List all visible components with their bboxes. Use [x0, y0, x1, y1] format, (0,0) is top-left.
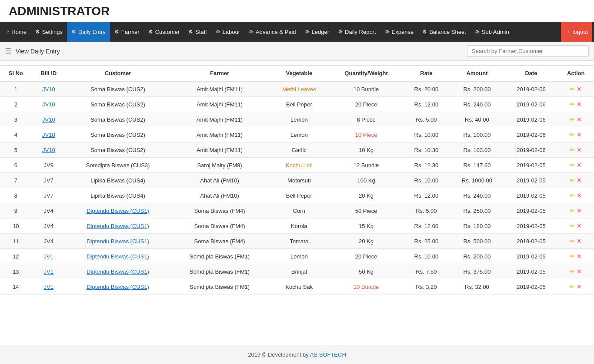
cell-bill-id[interactable]: JV10 — [32, 112, 66, 127]
cell-quantity: 50 Kg — [329, 264, 404, 279]
cell-date: 2019-02-06 — [505, 81, 558, 97]
delete-button[interactable]: ✕ — [577, 283, 582, 290]
delete-button[interactable]: ✕ — [577, 86, 582, 93]
delete-button[interactable]: ✕ — [577, 238, 582, 245]
cell-customer[interactable]: Diptendu Biswas (CUS1) — [66, 249, 170, 264]
delete-button[interactable]: ✕ — [577, 192, 582, 199]
staff-icon: ⚙ — [188, 29, 193, 35]
cell-si: 8 — [0, 188, 32, 203]
cell-farmer: Saroj Maity (FM9) — [170, 158, 269, 173]
cell-bill-id[interactable]: JV1 — [32, 249, 66, 264]
cell-bill-id[interactable]: JV10 — [32, 81, 66, 97]
nav-item-label-daily-entry: Daily Entry — [78, 29, 106, 35]
delete-button[interactable]: ✕ — [577, 253, 582, 260]
delete-button[interactable]: ✕ — [577, 177, 582, 184]
delete-button[interactable]: ✕ — [577, 146, 582, 153]
cell-quantity: 12 Bundle — [329, 158, 404, 173]
edit-button[interactable]: ✏ — [570, 268, 575, 275]
cell-amount: Rs. 250.00 — [449, 203, 504, 218]
cell-action: ✏✕ — [557, 142, 594, 158]
delete-button[interactable]: ✕ — [577, 207, 582, 214]
nav-item-expense[interactable]: ⚙Expense — [380, 22, 418, 42]
delete-button[interactable]: ✕ — [577, 116, 582, 123]
cell-customer[interactable]: Diptendu Biswas (CUS1) — [66, 203, 170, 218]
nav-item-home[interactable]: ⌂Home — [2, 22, 31, 42]
nav-item-daily-report[interactable]: ⚙Daily Report — [334, 22, 380, 42]
cell-vegetable: Methi Leaves — [269, 81, 329, 97]
cell-si: 14 — [0, 279, 32, 295]
table-row: 7JV7Lipika Biswas (CUS4)Ahat Ali (FM10)M… — [0, 173, 594, 188]
delete-button[interactable]: ✕ — [577, 131, 582, 138]
logout-icon: → — [565, 29, 571, 35]
menu-icon[interactable]: ☰ — [5, 47, 11, 55]
edit-button[interactable]: ✏ — [570, 116, 575, 123]
cell-customer[interactable]: Diptendu Biswas (CUS1) — [66, 264, 170, 279]
nav-item-settings[interactable]: ⚙Settings — [31, 22, 67, 42]
nav-item-daily-entry[interactable]: ⚙Daily Entry — [67, 22, 110, 42]
edit-button[interactable]: ✏ — [570, 283, 575, 290]
cell-si: 11 — [0, 234, 32, 249]
cell-amount: Rs. 103.00 — [449, 142, 504, 158]
cell-vegetable: Corn — [269, 203, 329, 218]
cell-rate: Rs. 12.00 — [403, 218, 449, 234]
nav-item-labour[interactable]: ⚙Labour — [211, 22, 244, 42]
nav-item-balance-sheet[interactable]: ⚙Balance Sheet — [418, 22, 471, 42]
nav-item-advance-paid[interactable]: ⚙Advance & Paid — [244, 22, 300, 42]
nav-item-label-expense: Expense — [392, 29, 414, 35]
cell-date: 2019-02-05 — [505, 279, 558, 295]
cell-customer[interactable]: Diptendu Biswas (CUS1) — [66, 234, 170, 249]
delete-button[interactable]: ✕ — [577, 162, 582, 169]
nav-item-sub-admin[interactable]: ⚙Sub Admin — [471, 22, 514, 42]
nav-item-farmer[interactable]: ⚙Farmer — [110, 22, 144, 42]
table-row: 6JV9Somdipta Biswas (CUS3)Saroj Maity (F… — [0, 158, 594, 173]
col-header-si-no: SI No — [0, 66, 32, 82]
edit-button[interactable]: ✏ — [570, 222, 575, 229]
edit-button[interactable]: ✏ — [570, 238, 575, 245]
cell-date: 2019-02-05 — [505, 264, 558, 279]
cell-bill-id[interactable]: JV10 — [32, 97, 66, 112]
cell-date: 2019-02-05 — [505, 249, 558, 264]
cell-si: 5 — [0, 142, 32, 158]
cell-bill-id[interactable]: JV10 — [32, 142, 66, 158]
daily-entry-icon: ⚙ — [71, 29, 76, 35]
labour-icon: ⚙ — [216, 29, 220, 35]
nav-item-customer[interactable]: ⚙Customer — [144, 22, 184, 42]
edit-button[interactable]: ✏ — [570, 101, 575, 108]
cell-vegetable: Garlic — [269, 142, 329, 158]
cell-customer[interactable]: Diptendu Biswas (CUS1) — [66, 279, 170, 295]
delete-button[interactable]: ✕ — [577, 268, 582, 275]
cell-action: ✏✕ — [557, 81, 594, 97]
nav-item-ledger[interactable]: ⚙Ledger — [300, 22, 334, 42]
edit-button[interactable]: ✏ — [570, 162, 575, 169]
edit-button[interactable]: ✏ — [570, 192, 575, 199]
cell-bill-id[interactable]: JV10 — [32, 127, 66, 142]
delete-button[interactable]: ✕ — [577, 101, 582, 108]
nav-item-staff[interactable]: ⚙Staff — [184, 22, 211, 42]
edit-button[interactable]: ✏ — [570, 207, 575, 214]
edit-button[interactable]: ✏ — [570, 177, 575, 184]
cell-amount: Rs. 375.00 — [449, 264, 504, 279]
table-row: 2JV10Soma Biswas (CUS2)Amit Majhi (FM11)… — [0, 97, 594, 112]
edit-button[interactable]: ✏ — [570, 146, 575, 153]
edit-button[interactable]: ✏ — [570, 86, 575, 93]
cell-customer[interactable]: Diptendu Biswas (CUS1) — [66, 218, 170, 234]
table-row: 9JV4Diptendu Biswas (CUS1)Soma Biswas (F… — [0, 203, 594, 218]
edit-button[interactable]: ✏ — [570, 131, 575, 138]
col-header-farmer: Farmer — [170, 66, 269, 82]
nav-item-label-settings: Settings — [42, 29, 63, 35]
delete-button[interactable]: ✕ — [577, 222, 582, 229]
edit-button[interactable]: ✏ — [570, 253, 575, 260]
cell-bill-id[interactable]: JV1 — [32, 279, 66, 295]
cell-customer: Lipika Biswas (CUS4) — [66, 188, 170, 203]
nav-item-logout[interactable]: →logout — [561, 22, 592, 42]
cell-bill-id: JV4 — [32, 234, 66, 249]
cell-customer: Soma Biswas (CUS2) — [66, 81, 170, 97]
cell-bill-id[interactable]: JV1 — [32, 264, 66, 279]
table-row: 4JV10Soma Biswas (CUS2)Amit Majhi (FM11)… — [0, 127, 594, 142]
expense-icon: ⚙ — [385, 29, 390, 35]
cell-quantity: 100 Kg — [329, 173, 404, 188]
daily-report-icon: ⚙ — [338, 29, 343, 35]
cell-farmer: Somdipta Biswas (FM1) — [170, 249, 269, 264]
app-header: ADMINISTRATOR — [0, 0, 594, 22]
search-input[interactable] — [467, 45, 589, 57]
